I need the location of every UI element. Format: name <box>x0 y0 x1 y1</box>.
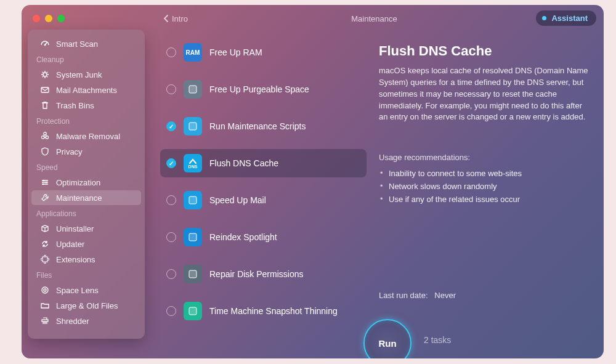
gauge-icon <box>40 39 50 49</box>
run-area: Run 2 tasks <box>363 319 451 358</box>
task-label: Flush DNS Cache <box>209 158 278 168</box>
sidebar-item-mail-attachments[interactable]: Mail Attachments <box>31 83 141 97</box>
sidebar-item-label: Space Lens <box>56 286 99 295</box>
run-count: 2 tasks <box>424 335 451 345</box>
task-checkbox[interactable] <box>166 269 176 279</box>
task-row[interactable]: Repair Disk Permissions <box>160 260 367 288</box>
sidebar-item-space-lens[interactable]: Space Lens <box>31 283 141 297</box>
back-button[interactable]: Intro <box>163 14 188 23</box>
last-run: Last run date: Never <box>379 291 456 300</box>
svg-rect-16 <box>189 233 197 241</box>
sidebar-item-system-junk[interactable]: System Junk <box>31 67 141 82</box>
sidebar-item-label: Extensions <box>56 255 95 264</box>
refresh-icon <box>40 239 50 249</box>
task-row[interactable]: RAMFree Up RAM <box>160 38 367 67</box>
trash-icon <box>40 100 50 110</box>
task-icon <box>184 265 202 283</box>
gear-icon <box>40 70 50 79</box>
last-run-value: Never <box>434 291 456 300</box>
task-checkbox[interactable] <box>166 158 176 168</box>
sidebar-item-label: Uninstaller <box>56 224 94 233</box>
usage-item: Network slows down randomly <box>379 180 593 193</box>
folder-icon <box>40 301 50 310</box>
sidebar-item-optimization[interactable]: Optimization <box>31 175 141 190</box>
window-controls <box>33 15 65 22</box>
sidebar-item-shredder[interactable]: Shredder <box>31 313 141 328</box>
svg-rect-13 <box>189 86 197 93</box>
sidebar-item-smart-scan[interactable]: Smart Scan <box>31 36 141 51</box>
svg-point-11 <box>44 289 46 291</box>
sidebar-group-label: Files <box>28 267 145 282</box>
sidebar-item-label: System Junk <box>56 70 102 79</box>
task-row[interactable]: Run Maintenance Scripts <box>160 112 367 140</box>
task-label: Free Up RAM <box>209 47 262 57</box>
envelope-icon <box>40 85 50 95</box>
minimize-icon[interactable] <box>45 15 52 22</box>
task-checkbox[interactable] <box>166 121 176 131</box>
shredder-icon <box>40 316 50 326</box>
sidebar-group-label: Cleanup <box>28 52 145 67</box>
usage-title: Usage recommendations: <box>379 153 593 162</box>
sidebar-item-extensions[interactable]: Extensions <box>31 252 141 267</box>
task-label: Speed Up Mail <box>209 195 266 205</box>
svg-rect-15 <box>189 196 197 204</box>
task-checkbox[interactable] <box>166 84 176 94</box>
wrench-icon <box>40 193 50 203</box>
sidebar-group-label: Protection <box>28 113 145 128</box>
task-row[interactable]: Time Machine Snapshot Thinning <box>160 297 367 325</box>
task-icon: RAM <box>184 43 202 62</box>
svg-rect-18 <box>189 307 197 315</box>
task-checkbox[interactable] <box>166 232 176 242</box>
task-row[interactable]: Speed Up Mail <box>160 186 367 214</box>
svg-point-6 <box>46 136 49 139</box>
task-icon <box>184 228 202 246</box>
task-list: RAMFree Up RAMFree Up Purgeable SpaceRun… <box>160 38 367 334</box>
sidebar-item-uninstaller[interactable]: Uninstaller <box>31 221 141 236</box>
task-label: Run Maintenance Scripts <box>209 121 306 131</box>
last-run-label: Last run date: <box>379 291 428 300</box>
task-row[interactable]: DNSFlush DNS Cache <box>160 149 367 177</box>
package-icon <box>40 224 50 233</box>
svg-point-9 <box>43 184 44 185</box>
task-checkbox[interactable] <box>166 306 176 316</box>
task-icon <box>184 80 202 99</box>
task-checkbox[interactable] <box>166 195 176 205</box>
assistant-button[interactable]: Assistant <box>536 10 596 26</box>
close-icon[interactable] <box>33 15 40 22</box>
task-row[interactable]: Free Up Purgeable Space <box>160 75 367 103</box>
svg-rect-17 <box>189 270 197 278</box>
detail-title: Flush DNS Cache <box>379 43 593 59</box>
sidebar-item-maintenance[interactable]: Maintenance <box>31 190 141 205</box>
sidebar: Smart ScanCleanupSystem JunkMail Attachm… <box>28 30 145 339</box>
chevron-left-icon <box>163 15 168 22</box>
svg-point-10 <box>42 287 48 293</box>
header-title: Maintenance <box>145 14 604 23</box>
task-row[interactable]: Reindex Spotlight <box>160 223 367 251</box>
back-label: Intro <box>172 14 188 23</box>
header: Intro Maintenance Assistant <box>145 5 604 32</box>
sidebar-item-malware-removal[interactable]: Malware Removal <box>31 129 141 144</box>
task-checkbox[interactable] <box>166 47 176 57</box>
task-icon <box>184 117 202 135</box>
sidebar-item-label: Updater <box>56 240 84 249</box>
sidebar-group-label: Applications <box>28 206 145 220</box>
usage-item: Use if any of the related issues occur <box>379 193 593 206</box>
sidebar-item-label: Shredder <box>56 317 89 326</box>
sidebar-item-label: Mail Attachments <box>56 86 117 95</box>
svg-rect-12 <box>42 320 48 322</box>
maximize-icon[interactable] <box>57 15 65 22</box>
run-button[interactable]: Run <box>363 319 411 358</box>
sidebar-item-trash-bins[interactable]: Trash Bins <box>31 98 141 113</box>
sidebar-item-label: Maintenance <box>56 193 102 203</box>
assistant-dot-icon <box>542 16 546 20</box>
sidebar-item-label: Large & Old Files <box>56 301 118 310</box>
sidebar-item-privacy[interactable]: Privacy <box>31 144 141 159</box>
svg-point-7 <box>43 180 45 182</box>
puzzle-icon <box>40 254 50 264</box>
sidebar-item-large-old-files[interactable]: Large & Old Files <box>31 298 141 313</box>
svg-point-5 <box>41 136 44 139</box>
app-window: Intro Maintenance Assistant Smart ScanCl… <box>22 5 604 358</box>
detail-description: macOS keeps local cache of resolved DNS … <box>379 65 593 123</box>
sidebar-item-label: Privacy <box>56 147 83 156</box>
sidebar-item-updater[interactable]: Updater <box>31 237 141 251</box>
